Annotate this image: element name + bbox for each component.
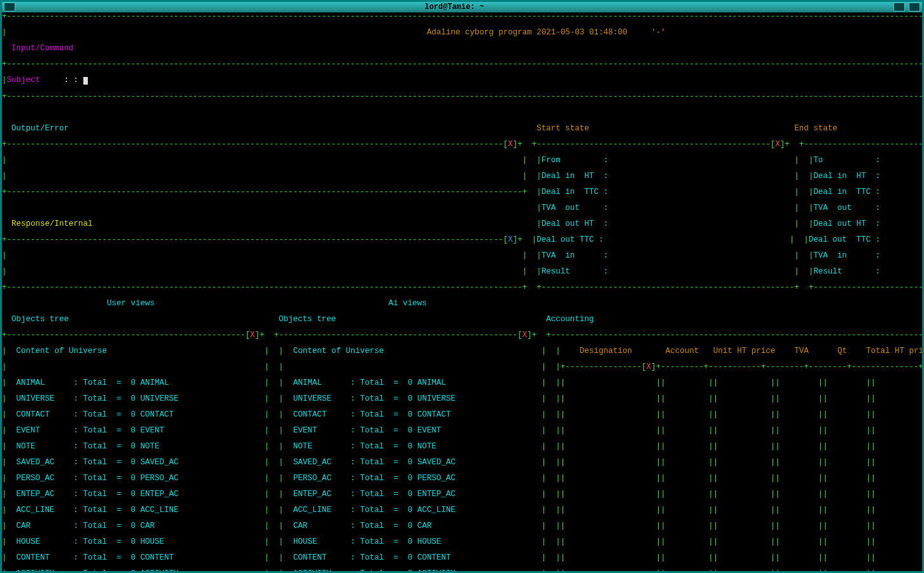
state-row-1: | | |Deal in HT : | |Deal in HT : (2, 172, 922, 181)
input-title: Input/Command (2, 45, 922, 53)
tree-row-7: | ENTEP_AC : Total = 0 ENTEP_AC | | ENTE… (2, 490, 922, 499)
tree-row-0: | ANIMAL : Total = 0 ANIMAL | | ANIMAL :… (2, 379, 922, 387)
minimize-icon[interactable] (893, 3, 905, 11)
tree-row-3: | EVENT : Total = 0 EVENT | | EVENT : To… (2, 427, 922, 435)
header-line: | Adaline cyborg program 2021-05-03 01:4… (2, 29, 922, 37)
input-prompt-line[interactable]: |Subject : : (2, 76, 922, 85)
acct-sep: | | | | |+----------------[X]+---------+… (2, 363, 922, 371)
cursor (83, 77, 88, 85)
window-title: lord@Tamie: ~ (17, 3, 892, 11)
tree-row-12: | ACTIVITY : Total = 0 ACTIVITY | | ACTI… (2, 570, 922, 572)
window-titlebar[interactable]: lord@Tamie: ~ (2, 2, 922, 13)
input-box-top: +---------------------------------------… (2, 60, 922, 69)
tree-top: +---------------------------------------… (2, 331, 922, 340)
tree-acct-title: Objects tree Objects tree Accounting (2, 315, 922, 324)
border-top: +---------------------------------------… (2, 13, 922, 21)
state-row-5: +---------------------------------------… (2, 236, 922, 244)
terminal-screen[interactable]: +---------------------------------------… (2, 13, 922, 571)
state-bottom: +---------------------------------------… (2, 284, 922, 292)
mid-border-1: +---------------------------------------… (2, 141, 922, 149)
tree-row-6: | PERSO_AC : Total = 0 PERSO_AC | | PERS… (2, 474, 922, 483)
views-titles: User views Ai views (2, 300, 922, 308)
spacer (2, 109, 922, 117)
acct-header-row: | Content of Universe | | Content of Uni… (2, 347, 922, 356)
state-row-3: |TVA out : | |TVA out : | (2, 204, 922, 212)
state-row-0: | | |From : | |To : (2, 156, 922, 165)
section-titles-1: Output/Error Start state End state (2, 125, 922, 133)
state-row-2: +---------------------------------------… (2, 188, 922, 197)
state-row-6: | | |TVA in : | |TVA in : (2, 252, 922, 260)
input-box-bottom: +---------------------------------------… (2, 93, 922, 101)
tree-row-1: | UNIVERSE : Total = 0 UNIVERSE | | UNIV… (2, 395, 922, 403)
state-row-7: | | |Result : | |Result : (2, 268, 922, 276)
maximize-icon[interactable] (909, 3, 920, 11)
tree-row-8: | ACC_LINE : Total = 0 ACC_LINE | | ACC_… (2, 506, 922, 514)
tree-row-5: | SAVED_AC : Total = 0 SAVED_AC | | SAVE… (2, 459, 922, 467)
tree-row-9: | CAR : Total = 0 CAR | | CAR : Total = … (2, 522, 922, 530)
tree-row-11: | CONTENT : Total = 0 CONTENT | | CONTEN… (2, 554, 922, 562)
tree-row-10: | HOUSE : Total = 0 HOUSE | | HOUSE : To… (2, 538, 922, 546)
tree-row-2: | CONTACT : Total = 0 CONTACT | | CONTAC… (2, 411, 922, 419)
tree-row-4: | NOTE : Total = 0 NOTE | | NOTE : Total… (2, 443, 922, 451)
state-row-4: Response/Internal |Deal out HT : | |Deal… (2, 220, 922, 228)
menu-icon[interactable] (4, 3, 15, 11)
